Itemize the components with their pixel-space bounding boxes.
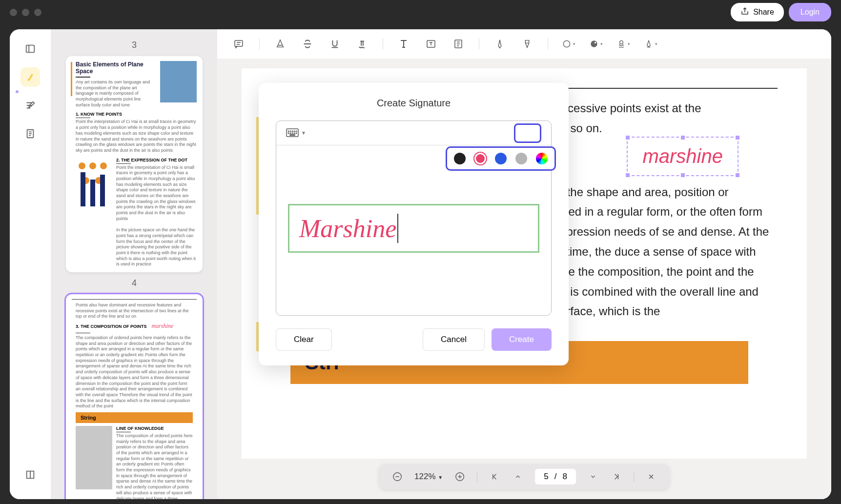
strikethrough-tool[interactable]: [301, 37, 314, 51]
thumb-title: Basic Elements of Plane Space: [76, 61, 156, 75]
eraser-tool[interactable]: [520, 37, 534, 51]
zoom-out-button[interactable]: [391, 470, 404, 483]
close-window[interactable]: [10, 9, 17, 16]
color-blue[interactable]: [495, 153, 507, 164]
svg-rect-0: [26, 45, 35, 53]
text-cursor: [397, 214, 398, 243]
underline-tool[interactable]: [328, 37, 342, 51]
page-number: 4: [66, 278, 203, 288]
thumbnail-page-3[interactable]: Basic Elements of Plane Space Any art co…: [66, 56, 203, 272]
svg-point-27: [288, 131, 289, 132]
window-controls: [10, 9, 41, 16]
panel-toggle[interactable]: [21, 39, 40, 59]
prev-page-button[interactable]: [512, 470, 524, 483]
fill-shape-tool[interactable]: [589, 37, 603, 51]
page-number: 3: [66, 40, 203, 50]
stamp-tool[interactable]: [616, 37, 630, 51]
zoom-in-button[interactable]: [453, 470, 466, 483]
svg-point-34: [292, 133, 293, 134]
selected-color: [522, 128, 533, 139]
library-button[interactable]: [21, 465, 40, 484]
svg-point-33: [290, 133, 291, 134]
svg-point-17: [595, 42, 596, 43]
next-page-button[interactable]: [587, 470, 599, 483]
pen-tool[interactable]: [493, 37, 507, 51]
signature-annotation[interactable]: marshine: [627, 137, 738, 176]
left-rail: [10, 29, 51, 499]
signature-input[interactable]: Marshine: [288, 204, 539, 253]
color-custom[interactable]: [536, 153, 548, 164]
svg-rect-6: [235, 40, 243, 46]
modal-title: Create Signature: [276, 98, 552, 109]
svg-point-31: [296, 131, 297, 132]
share-button[interactable]: Share: [731, 3, 784, 21]
active-indicator: [16, 90, 19, 93]
color-gray[interactable]: [515, 153, 527, 164]
svg-point-18: [620, 40, 623, 44]
page-indicator[interactable]: 5 / 8: [535, 469, 576, 484]
create-button[interactable]: Create: [492, 328, 552, 351]
keyboard-input-toggle[interactable]: ▼: [286, 128, 306, 138]
document-tool[interactable]: [21, 124, 40, 143]
zoom-dropdown[interactable]: 122% ▼: [414, 472, 443, 482]
svg-point-28: [290, 131, 291, 132]
squiggly-tool[interactable]: [355, 37, 369, 51]
svg-point-35: [294, 133, 295, 134]
comment-tool[interactable]: [232, 37, 246, 51]
minimize-window[interactable]: [22, 9, 29, 16]
first-page-button[interactable]: [488, 470, 501, 483]
clear-button[interactable]: Clear: [276, 328, 332, 351]
svg-point-16: [591, 40, 597, 47]
signature-canvas: ▼ Marshine: [276, 121, 552, 316]
thumb-image: [76, 426, 112, 489]
bottom-toolbar: 122% ▼ 5 / 8: [379, 464, 669, 489]
thumbnail-page-4[interactable]: Points also have dominant and recessive …: [66, 294, 203, 499]
text-tool[interactable]: [397, 37, 410, 51]
svg-rect-37: [290, 135, 295, 136]
signature-tool[interactable]: [644, 37, 657, 51]
titlebar: Share Login: [0, 0, 841, 24]
maximize-window[interactable]: [34, 9, 41, 16]
svg-point-36: [296, 133, 297, 134]
share-icon: [740, 7, 749, 18]
login-button[interactable]: Login: [789, 3, 831, 21]
svg-point-30: [294, 131, 295, 132]
svg-point-15: [563, 40, 570, 47]
highlight-tool[interactable]: [273, 37, 287, 51]
color-black[interactable]: [454, 153, 466, 164]
cancel-button[interactable]: Cancel: [423, 328, 485, 351]
share-label: Share: [753, 8, 774, 17]
note-tool[interactable]: [451, 37, 465, 51]
toolbar: [217, 29, 831, 59]
shape-tool[interactable]: [562, 37, 575, 51]
thumb-image: [160, 61, 197, 102]
color-red[interactable]: [474, 153, 486, 164]
last-page-button[interactable]: [610, 470, 623, 483]
annotate-tool[interactable]: [21, 96, 40, 115]
color-selector[interactable]: [514, 123, 541, 143]
highlight-tool[interactable]: [21, 67, 40, 87]
create-signature-modal: Create Signature ▼ Marshine Clear Cancel…: [259, 83, 569, 365]
svg-point-32: [288, 133, 289, 134]
thumbnail-panel: 3 Basic Elements of Plane Space Any art …: [51, 29, 217, 499]
color-picker-popup: [446, 146, 556, 171]
svg-point-29: [292, 131, 293, 132]
textbox-tool[interactable]: [424, 37, 438, 51]
close-toolbar-button[interactable]: [645, 470, 657, 483]
